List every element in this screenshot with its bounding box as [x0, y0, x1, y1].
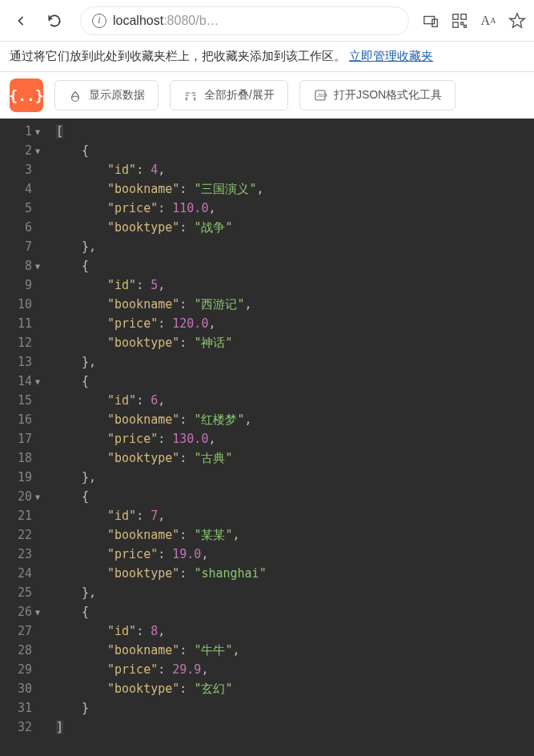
line-number: 21 [0, 506, 50, 525]
line-number: 19 [0, 468, 50, 487]
back-button[interactable] [8, 8, 34, 34]
device-icon[interactable] [422, 12, 440, 30]
svg-text:JSON: JSON [317, 93, 327, 98]
code-line: "price": 110.0, [56, 199, 534, 218]
favorites-bar: 通过将它们放到此处到收藏夹栏上，把收藏夹添加到该工作区。 立即管理收藏夹 [0, 42, 534, 72]
fold-toggle-icon[interactable]: ▼ [35, 262, 45, 271]
json-logo[interactable]: {..} [10, 78, 43, 112]
line-number: 10 [0, 295, 50, 314]
code-line: "bookname": "西游记", [56, 295, 534, 314]
code-line: "bookname": "牛牛", [56, 641, 534, 660]
line-number: 26▼ [0, 602, 50, 621]
code-line: }, [56, 468, 534, 487]
line-number: 3 [0, 160, 50, 179]
json-editor[interactable]: 1▼2▼345678▼91011121314▼151617181920▼2122… [0, 119, 534, 756]
code-line: }, [56, 583, 534, 602]
svg-rect-3 [461, 14, 466, 18]
site-info-icon[interactable]: i [92, 14, 106, 28]
manage-favorites-link[interactable]: 立即管理收藏夹 [349, 49, 433, 64]
line-number: 27 [0, 621, 50, 641]
code-line: "id": 4, [56, 160, 534, 179]
line-number: 16 [0, 410, 50, 429]
code-line: "id": 6, [56, 391, 534, 410]
code-line: }, [56, 352, 534, 372]
code-line: "price": 130.0, [56, 429, 534, 448]
svg-rect-6 [464, 25, 467, 27]
line-number: 15 [0, 391, 50, 410]
code-line: "booktype": "shanghai" [56, 564, 534, 583]
code-line: "price": 19.0, [56, 545, 534, 564]
line-number: 12 [0, 333, 50, 352]
code-line: "id": 7, [56, 506, 534, 525]
fold-toggle-icon[interactable]: ▼ [35, 127, 45, 136]
fold-all-button[interactable]: 全部折叠/展开 [170, 80, 288, 111]
code-line: "booktype": "战争" [56, 218, 534, 237]
code-line: "bookname": "某某", [56, 525, 534, 545]
code-line: [ [56, 122, 534, 141]
refresh-button[interactable] [42, 8, 67, 34]
fold-toggle-icon[interactable]: ▼ [35, 147, 45, 155]
browser-navigation-bar: i localhost:8080/b… AA [0, 0, 534, 42]
url-text: localhost:8080/b… [113, 14, 219, 28]
address-bar[interactable]: i localhost:8080/b… [80, 6, 409, 35]
code-line: "id": 8, [56, 621, 534, 641]
favorite-star-icon[interactable] [508, 12, 526, 30]
line-number: 28 [0, 641, 50, 660]
line-number: 24 [0, 564, 50, 583]
line-number: 18 [0, 448, 50, 468]
line-number: 23 [0, 545, 50, 564]
open-formatter-button[interactable]: JSON 打开JSON格式化工具 [299, 80, 456, 111]
code-line: "price": 29.9, [56, 660, 534, 679]
line-number: 20▼ [0, 487, 50, 506]
line-number: 14▼ [0, 372, 50, 391]
code-line: "bookname": "三国演义", [56, 179, 534, 199]
code-line: { [56, 141, 534, 160]
line-number: 2▼ [0, 141, 50, 160]
code-line: { [56, 372, 534, 391]
code-line: { [56, 487, 534, 506]
line-number: 8▼ [0, 256, 50, 275]
font-size-icon[interactable]: AA [480, 12, 497, 30]
line-number: 31 [0, 698, 50, 718]
line-number: 17 [0, 429, 50, 448]
code-line: }, [56, 237, 534, 256]
code-line: { [56, 256, 534, 275]
svg-rect-0 [424, 16, 435, 23]
line-gutter: 1▼2▼345678▼91011121314▼151617181920▼2122… [0, 119, 50, 756]
line-number: 13 [0, 352, 50, 372]
qr-icon[interactable] [451, 12, 468, 30]
line-number: 30 [0, 679, 50, 698]
line-number: 7 [0, 237, 50, 256]
line-number: 5 [0, 199, 50, 218]
line-number: 22 [0, 525, 50, 545]
code-line: "bookname": "红楼梦", [56, 410, 534, 429]
code-line: { [56, 602, 534, 621]
line-number: 1▼ [0, 122, 50, 141]
line-number: 25 [0, 583, 50, 602]
fold-toggle-icon[interactable]: ▼ [35, 377, 45, 386]
code-line: "id": 5, [56, 275, 534, 295]
code-line: ] [56, 718, 534, 737]
fold-toggle-icon[interactable]: ▼ [35, 493, 45, 501]
code-line: "price": 120.0, [56, 314, 534, 333]
show-raw-button[interactable]: 显示原数据 [54, 80, 159, 111]
svg-rect-5 [461, 22, 464, 24]
code-line: "booktype": "神话" [56, 333, 534, 352]
code-line: } [56, 698, 534, 718]
line-number: 29 [0, 660, 50, 679]
code-area[interactable]: [{"id": 4,"bookname": "三国演义","price": 11… [50, 119, 534, 756]
code-line: "booktype": "古典" [56, 448, 534, 468]
code-line: "booktype": "玄幻" [56, 679, 534, 698]
line-number: 6 [0, 218, 50, 237]
line-number: 4 [0, 179, 50, 199]
svg-rect-4 [453, 22, 458, 26]
json-toolbar: {..} 显示原数据 全部折叠/展开 JSON 打开JSON格式化工具 [0, 72, 534, 119]
svg-rect-2 [453, 14, 458, 18]
line-number: 11 [0, 314, 50, 333]
line-number: 9 [0, 275, 50, 295]
line-number: 32 [0, 718, 50, 737]
fold-toggle-icon[interactable]: ▼ [35, 608, 45, 617]
favorites-hint: 通过将它们放到此处到收藏夹栏上，把收藏夹添加到该工作区。 [10, 49, 346, 64]
